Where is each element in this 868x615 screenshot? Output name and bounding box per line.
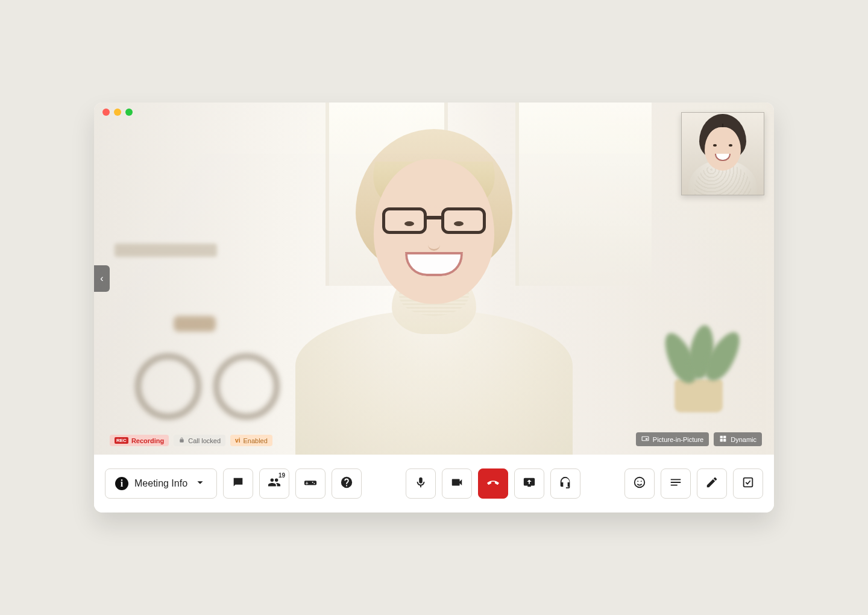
help-icon: [340, 476, 353, 491]
svg-rect-3: [744, 478, 753, 487]
pencil-icon: [705, 476, 719, 491]
help-button[interactable]: [332, 468, 362, 499]
microphone-button[interactable]: [406, 468, 436, 499]
expand-side-panel-button[interactable]: ‹: [94, 265, 110, 292]
gamepad-icon: [304, 476, 317, 491]
pip-label: Picture-in-Picture: [653, 436, 703, 443]
picture-in-picture-button[interactable]: Picture-in-Picture: [636, 432, 709, 446]
maximize-window-button[interactable]: [125, 109, 133, 116]
notes-icon: [669, 476, 682, 491]
vi-badge-icon: vi: [235, 437, 240, 444]
recording-label: Recording: [131, 437, 164, 444]
info-icon: i: [115, 477, 128, 490]
chat-button[interactable]: [223, 468, 253, 499]
participants-count-badge: 19: [278, 472, 285, 479]
camera-icon: [450, 476, 464, 491]
call-locked-label: Call locked: [188, 437, 221, 444]
view-mode-row: Picture-in-Picture Dynamic: [636, 432, 762, 446]
chevron-left-icon: ‹: [100, 273, 103, 284]
notes-button[interactable]: [661, 468, 691, 499]
svg-point-2: [641, 481, 642, 482]
vi-enabled-pill[interactable]: vi Enabled: [230, 435, 272, 446]
microphone-icon: [414, 476, 427, 491]
meeting-info-button[interactable]: i Meeting Info: [105, 468, 217, 499]
emoji-icon: [633, 476, 646, 491]
meeting-toolbar: i Meeting Info 19: [94, 455, 774, 512]
share-screen-button[interactable]: [514, 468, 544, 499]
camera-button[interactable]: [442, 468, 472, 499]
meeting-info-label: Meeting Info: [134, 478, 187, 489]
dynamic-label: Dynamic: [731, 436, 756, 443]
headset-icon: [559, 476, 572, 491]
chevron-down-icon: [193, 476, 207, 491]
call-locked-pill[interactable]: Call locked: [174, 435, 225, 446]
recording-status-pill[interactable]: REC Recording: [110, 435, 169, 446]
self-view[interactable]: [681, 112, 764, 195]
dynamic-view-button[interactable]: Dynamic: [714, 432, 762, 446]
pip-icon: [641, 435, 649, 444]
hang-up-button[interactable]: [478, 468, 508, 499]
main-participant-video: [94, 102, 774, 455]
participants-button[interactable]: 19: [259, 468, 289, 499]
annotate-button[interactable]: [697, 468, 727, 499]
video-stage: ‹ REC Recording Call locked vi Enabled: [94, 102, 774, 455]
toolbar-center-group: [406, 468, 580, 499]
hang-up-icon: [486, 476, 500, 491]
chat-icon: [231, 476, 245, 491]
share-screen-icon: [523, 476, 536, 491]
reactions-button[interactable]: [624, 468, 655, 499]
vi-enabled-label: Enabled: [243, 437, 267, 444]
audio-settings-button[interactable]: [550, 468, 580, 499]
meeting-window: ‹ REC Recording Call locked vi Enabled: [94, 102, 774, 512]
minimize-window-button[interactable]: [114, 109, 121, 116]
checkbox-icon: [741, 476, 755, 491]
close-window-button[interactable]: [102, 109, 110, 116]
toolbar-left-group: i Meeting Info 19: [105, 468, 362, 499]
svg-point-0: [635, 478, 645, 488]
window-controls: [102, 109, 133, 116]
status-pill-row: REC Recording Call locked vi Enabled: [110, 435, 272, 446]
lock-icon: [178, 437, 185, 444]
toolbar-right-group: [624, 468, 763, 499]
svg-point-1: [637, 481, 638, 482]
apps-button[interactable]: [295, 468, 326, 499]
rec-badge-icon: REC: [115, 437, 128, 444]
polls-button[interactable]: [733, 468, 763, 499]
grid-icon: [719, 435, 727, 444]
